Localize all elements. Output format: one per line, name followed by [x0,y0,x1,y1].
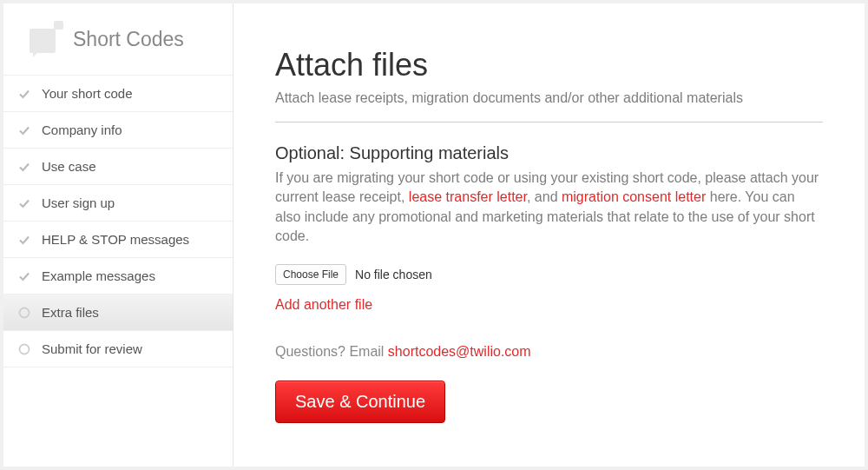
sidebar-item-label: Your short code [42,86,133,101]
page-title: Attach files [275,47,823,83]
sidebar-item-label: Example messages [42,268,155,283]
svg-point-1 [20,344,30,354]
wizard-sidebar: Short Codes Your short code Company info… [3,3,233,467]
sidebar-item-use-case[interactable]: Use case [3,149,233,185]
page-subtitle: Attach lease receipts, migration documen… [275,90,823,106]
wizard-steps-list: Your short code Company info Use case Us… [3,75,233,367]
sidebar-item-user-sign-up[interactable]: User sign up [3,185,233,222]
sidebar-title: Short Codes [73,28,184,51]
save-continue-button[interactable]: Save & Continue [275,381,445,423]
support-email-link[interactable]: shortcodes@twilio.com [388,344,531,359]
sidebar-item-submit-for-review[interactable]: Submit for review [3,331,233,367]
sidebar-item-label: User sign up [42,195,115,210]
sidebar-item-label: Submit for review [42,341,142,356]
checkmark-icon [17,123,31,137]
svg-point-0 [20,308,30,317]
migration-consent-letter-link[interactable]: migration consent letter [562,189,706,204]
main-content: Attach files Attach lease receipts, migr… [233,3,865,467]
checkmark-icon [17,160,31,174]
section-body: If you are migrating your short code or … [275,169,823,247]
chat-bubbles-icon [28,21,64,57]
divider [275,122,823,122]
sidebar-item-label: Use case [42,159,96,174]
choose-file-button[interactable]: Choose File [275,264,346,285]
sidebar-item-label: Extra files [42,305,99,320]
file-status-text: No file chosen [355,268,432,281]
sidebar-item-example-messages[interactable]: Example messages [3,258,233,295]
checkmark-icon [17,87,31,101]
circle-icon [17,306,31,320]
questions-prefix: Questions? Email [275,344,388,359]
section-heading: Optional: Supporting materials [275,143,823,163]
body-text: , and [527,189,562,204]
checkmark-icon [17,196,31,210]
circle-icon [17,342,31,356]
sidebar-header: Short Codes [3,3,233,75]
sidebar-item-extra-files[interactable]: Extra files [3,295,233,331]
questions-text: Questions? Email shortcodes@twilio.com [275,344,823,360]
sidebar-item-company-info[interactable]: Company info [3,112,233,149]
checkmark-icon [17,269,31,283]
sidebar-item-label: Company info [42,122,122,137]
sidebar-item-your-short-code[interactable]: Your short code [3,76,233,112]
file-input-row: Choose File No file chosen [275,264,823,285]
checkmark-icon [17,233,31,247]
add-another-file-link[interactable]: Add another file [275,297,372,313]
sidebar-item-label: HELP & STOP messages [42,232,189,247]
sidebar-item-help-stop-messages[interactable]: HELP & STOP messages [3,222,233,258]
lease-transfer-letter-link[interactable]: lease transfer letter [409,189,527,204]
